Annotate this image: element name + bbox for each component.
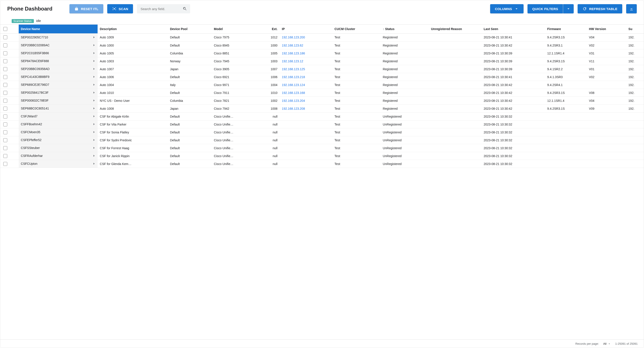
- device-name-cell[interactable]: CSFCMoen35: [19, 128, 98, 136]
- sub-cell: [626, 136, 644, 144]
- row-checkbox[interactable]: [3, 107, 7, 111]
- ip-link[interactable]: 192.168.123.186: [282, 52, 305, 55]
- ip-link[interactable]: 192.168.123.168: [282, 91, 305, 95]
- device-name-cell[interactable]: SEP689CE2E796D7: [19, 81, 98, 89]
- row-checkbox-cell[interactable]: [0, 113, 19, 121]
- device-name-cell[interactable]: SEP20BBC09358AD: [19, 65, 98, 73]
- row-checkbox-cell[interactable]: [0, 57, 19, 65]
- col-device-name[interactable]: Device Name: [19, 24, 98, 33]
- row-checkbox[interactable]: [3, 138, 7, 142]
- reset-itl-button[interactable]: RESET ITL: [70, 4, 103, 13]
- download-button[interactable]: [626, 4, 637, 13]
- columns-button[interactable]: COLUMNS: [490, 4, 524, 13]
- refresh-table-button[interactable]: REFRESH TABLE: [578, 4, 622, 13]
- row-checkbox[interactable]: [3, 146, 7, 150]
- col-hw-version[interactable]: HW Version: [587, 24, 626, 33]
- row-checkbox[interactable]: [3, 59, 7, 63]
- row-checkbox-cell[interactable]: [0, 49, 19, 57]
- scan-button[interactable]: SCAN: [107, 4, 133, 13]
- row-checkbox[interactable]: [3, 122, 7, 126]
- table-row: CSFEPfeffer52CSF for Sydni PredovicDefau…: [0, 136, 644, 144]
- row-checkbox[interactable]: [3, 67, 7, 71]
- rpp-select[interactable]: All: [603, 342, 611, 345]
- device-name-cell[interactable]: SEP000832C78E0F: [19, 97, 98, 105]
- row-checkbox[interactable]: [3, 51, 7, 55]
- col-model[interactable]: Model: [212, 24, 256, 33]
- col-sub[interactable]: Su: [626, 24, 644, 33]
- device-name-cell[interactable]: SEP2C01B55F3B66: [19, 49, 98, 57]
- ip-link[interactable]: 192.168.123.204: [282, 99, 305, 102]
- device-name-cell[interactable]: SEP20BBC02089AC: [19, 41, 98, 49]
- last-seen-cell: 2023-08-21 10:30:42: [481, 41, 545, 49]
- phone-table-wrap[interactable]: Device Name Description Device Pool Mode…: [0, 24, 644, 168]
- row-checkbox-cell[interactable]: [0, 65, 19, 73]
- row-checkbox[interactable]: [3, 91, 7, 95]
- ip-link[interactable]: 192.168.123.208: [282, 107, 305, 110]
- device-name-cell[interactable]: SEPC4143C8B8BF9: [19, 73, 98, 81]
- unreg-reason-cell: [429, 144, 482, 152]
- row-checkbox[interactable]: [3, 43, 7, 47]
- row-checkbox[interactable]: [3, 154, 7, 158]
- col-last-seen[interactable]: Last Seen: [481, 24, 545, 33]
- row-checkbox[interactable]: [3, 162, 7, 166]
- row-checkbox-cell[interactable]: [0, 160, 19, 168]
- row-checkbox-cell[interactable]: [0, 152, 19, 160]
- ip-link[interactable]: 192.168.123.62: [282, 44, 303, 47]
- quick-filters-button[interactable]: QUICK FILTERS: [528, 4, 563, 13]
- description-cell: CSF for Forrest Haag: [98, 144, 168, 152]
- ip-link[interactable]: 192.168.123.125: [282, 67, 305, 71]
- hw-version-cell: [587, 152, 626, 160]
- row-checkbox-cell[interactable]: [0, 136, 19, 144]
- row-checkbox[interactable]: [3, 99, 7, 103]
- row-checkbox-cell[interactable]: [0, 33, 19, 41]
- search-input[interactable]: [140, 7, 183, 11]
- unreg-reason-cell: [429, 49, 482, 57]
- ip-link[interactable]: 192.168.123.218: [282, 75, 305, 79]
- device-name-cell[interactable]: CSFRAufderhar: [19, 152, 98, 160]
- device-name-cell[interactable]: CSFSSteuber: [19, 144, 98, 152]
- unreg-reason-cell: [429, 33, 482, 41]
- ext-cell: null: [256, 144, 280, 152]
- device-name-cell[interactable]: CSFEPfeffer52: [19, 136, 98, 144]
- device-name-cell[interactable]: SEP68BC0C805141: [19, 105, 98, 113]
- row-checkbox[interactable]: [3, 83, 7, 87]
- col-ip[interactable]: IP: [280, 24, 332, 33]
- col-unreg-reason[interactable]: Unregistered Reason: [429, 24, 482, 33]
- row-checkbox[interactable]: [3, 35, 7, 39]
- row-checkbox-cell[interactable]: [0, 81, 19, 89]
- col-ext[interactable]: Ext.: [256, 24, 280, 33]
- row-checkbox-cell[interactable]: [0, 73, 19, 81]
- device-name-cell[interactable]: CSFJWard7: [19, 113, 98, 121]
- device-name-cell[interactable]: CSFCUpton: [19, 160, 98, 168]
- row-checkbox[interactable]: [3, 130, 7, 134]
- row-checkbox-cell[interactable]: [0, 105, 19, 113]
- device-name-cell[interactable]: SEP0022905C7710: [19, 33, 98, 41]
- ip-link[interactable]: 192.168.123.12: [282, 59, 303, 63]
- row-checkbox-cell[interactable]: [0, 41, 19, 49]
- model-cell: Cisco 8945: [212, 41, 256, 49]
- col-status[interactable]: ↑Status: [380, 24, 429, 33]
- search-field[interactable]: [137, 4, 190, 13]
- device-name: SEPC4143C8B8BF9: [21, 75, 50, 79]
- col-cucm[interactable]: CUCM Cluster: [332, 24, 381, 33]
- row-checkbox-cell[interactable]: [0, 144, 19, 152]
- col-firmware[interactable]: Firmware: [545, 24, 587, 33]
- chevron-right-icon: [92, 43, 96, 47]
- col-device-pool[interactable]: Device Pool: [168, 24, 212, 33]
- row-checkbox-cell[interactable]: [0, 97, 19, 105]
- ip-link[interactable]: 192.168.123.200: [282, 35, 305, 39]
- col-description[interactable]: Description: [98, 24, 168, 33]
- select-all-header[interactable]: [0, 24, 19, 33]
- row-checkbox[interactable]: [3, 75, 7, 79]
- row-checkbox-cell[interactable]: [0, 121, 19, 128]
- ip-link[interactable]: 192.168.123.124: [282, 83, 305, 87]
- row-checkbox[interactable]: [3, 115, 7, 119]
- device-name-cell[interactable]: CSFFBoehm42: [19, 121, 98, 128]
- device-name-cell[interactable]: SEP00258417BC3F: [19, 89, 98, 97]
- unreg-reason-cell: [429, 152, 482, 160]
- select-all-checkbox[interactable]: [3, 27, 7, 31]
- row-checkbox-cell[interactable]: [0, 89, 19, 97]
- device-name-cell[interactable]: SEP8478ACE6F888: [19, 57, 98, 65]
- quick-filters-dropdown-button[interactable]: [563, 4, 574, 13]
- row-checkbox-cell[interactable]: [0, 128, 19, 136]
